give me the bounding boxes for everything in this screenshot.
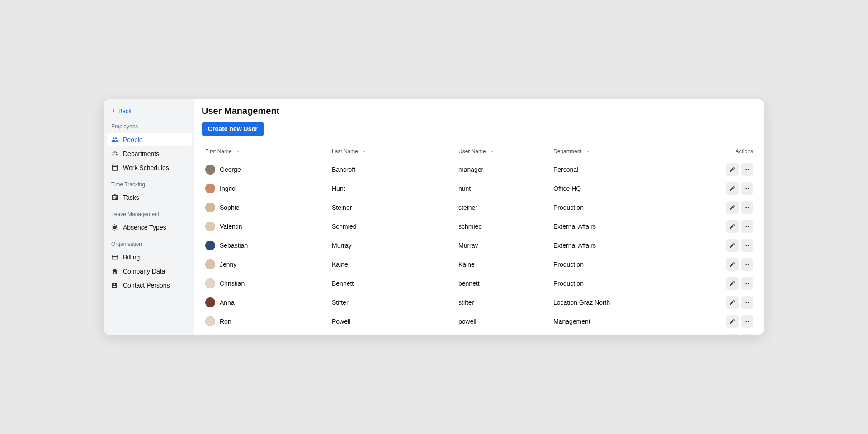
contact-icon	[111, 282, 118, 289]
col-actions: Actions	[712, 142, 757, 160]
more-button[interactable]	[741, 239, 753, 252]
pencil-icon	[729, 223, 736, 230]
cell-department: External Affairs	[553, 223, 596, 230]
avatar	[205, 241, 215, 250]
more-button[interactable]	[741, 163, 753, 176]
table-row: ValentinSchmiedschmiedExternal Affairs	[202, 217, 757, 236]
dots-icon	[744, 280, 750, 287]
cell-user-name: powell	[458, 318, 476, 325]
edit-button[interactable]	[726, 239, 739, 252]
cell-last-name: Murray	[332, 242, 352, 249]
more-button[interactable]	[741, 220, 753, 233]
cell-user-name: Kaine	[458, 261, 475, 268]
pencil-icon	[729, 204, 736, 211]
calendar-icon	[111, 164, 118, 171]
app-window: Back EmployeesPeopleDepartmentsWork Sche…	[104, 99, 764, 335]
cell-first-name: Christian	[220, 280, 245, 287]
sidebar-item-billing[interactable]: Billing	[107, 250, 192, 264]
edit-button[interactable]	[726, 277, 739, 290]
cell-user-name: bennett	[458, 280, 480, 287]
sidebar-item-label: Tasks	[123, 194, 139, 201]
sort-arrow-icon	[586, 149, 590, 155]
pencil-icon	[729, 299, 736, 306]
col-first-name[interactable]: First Name	[202, 142, 328, 160]
col-last-name[interactable]: Last Name	[328, 142, 455, 160]
cell-department: Personal	[553, 166, 578, 173]
table-row: ChristianBennettbennettProduction	[202, 274, 757, 293]
cell-last-name: Bancroft	[332, 166, 355, 173]
more-button[interactable]	[741, 315, 753, 328]
dots-icon	[744, 299, 750, 306]
cell-user-name: stifter	[458, 299, 474, 306]
sidebar-item-label: Absence Types	[123, 224, 166, 231]
dots-icon	[744, 318, 750, 325]
sidebar-section-label: Leave Management	[107, 205, 192, 220]
user-table: First Name Last Name User Name	[202, 142, 757, 335]
cell-first-name: Jenny	[220, 261, 236, 268]
cell-last-name: Hunt	[332, 185, 345, 192]
cell-department: Production	[553, 261, 584, 268]
col-label: Department	[553, 148, 582, 155]
sidebar-item-label: Work Schedules	[123, 164, 169, 171]
avatar	[205, 259, 215, 269]
edit-button[interactable]	[726, 182, 739, 195]
sidebar-item-work-schedules[interactable]: Work Schedules	[107, 161, 192, 175]
create-user-button[interactable]: Create new User	[202, 122, 264, 136]
table-row: JimCoxcoxProduction	[202, 331, 757, 335]
pencil-icon	[729, 261, 736, 268]
sun-icon	[111, 224, 118, 231]
col-user-name[interactable]: User Name	[455, 142, 550, 160]
sidebar: Back EmployeesPeopleDepartmentsWork Sche…	[104, 99, 194, 335]
cell-last-name: Bennett	[332, 280, 354, 287]
edit-button[interactable]	[726, 334, 739, 335]
cell-department: Location Graz North	[553, 299, 610, 306]
more-button[interactable]	[741, 296, 753, 309]
more-button[interactable]	[741, 258, 753, 271]
cell-last-name: Kaine	[332, 261, 348, 268]
cell-user-name: Murray	[458, 242, 478, 249]
col-label: User Name	[458, 148, 486, 155]
sidebar-item-absence-types[interactable]: Absence Types	[107, 221, 192, 234]
dots-icon	[744, 185, 750, 192]
back-link[interactable]: Back	[107, 105, 192, 117]
col-department[interactable]: Department	[550, 142, 712, 160]
edit-button[interactable]	[726, 296, 739, 309]
more-button[interactable]	[741, 182, 753, 195]
edit-button[interactable]	[726, 220, 739, 233]
back-label: Back	[118, 108, 132, 114]
more-button[interactable]	[741, 277, 753, 290]
cell-department: Production	[553, 204, 584, 211]
cell-first-name: Anna	[220, 299, 235, 306]
avatar	[205, 203, 215, 212]
sidebar-item-people[interactable]: People	[107, 133, 192, 146]
avatar	[205, 222, 215, 231]
table-row: RonPowellpowellManagement	[202, 312, 757, 331]
avatar	[205, 297, 215, 307]
sidebar-item-label: Departments	[123, 150, 159, 157]
cell-user-name: hunt	[458, 185, 471, 192]
dots-icon	[744, 204, 750, 211]
sort-arrow-icon	[236, 149, 241, 155]
clipboard-icon	[111, 194, 118, 201]
user-table-wrapper: First Name Last Name User Name	[194, 142, 764, 335]
table-row: GeorgeBancroftmanagerPersonal	[202, 160, 757, 179]
sidebar-item-tasks[interactable]: Tasks	[107, 191, 192, 204]
edit-button[interactable]	[726, 315, 739, 328]
sidebar-item-label: Contact Persons	[123, 282, 170, 289]
sidebar-item-departments[interactable]: Departments	[107, 147, 192, 160]
edit-button[interactable]	[726, 163, 739, 176]
cell-first-name: Sebastian	[220, 242, 248, 249]
edit-button[interactable]	[726, 201, 739, 214]
avatar	[205, 316, 215, 326]
sidebar-item-contact-persons[interactable]: Contact Persons	[107, 278, 192, 292]
sidebar-section-label: Time Tracking	[107, 175, 192, 190]
more-button[interactable]	[741, 201, 753, 214]
edit-button[interactable]	[726, 258, 739, 271]
tree-icon	[111, 150, 118, 157]
pencil-icon	[729, 242, 736, 249]
more-button[interactable]	[741, 334, 753, 335]
cell-first-name: Ron	[220, 318, 231, 325]
main-panel: User Management Create new User First Na…	[194, 99, 764, 335]
col-label: Actions	[736, 148, 753, 155]
sidebar-item-company-data[interactable]: Company Data	[107, 264, 192, 278]
